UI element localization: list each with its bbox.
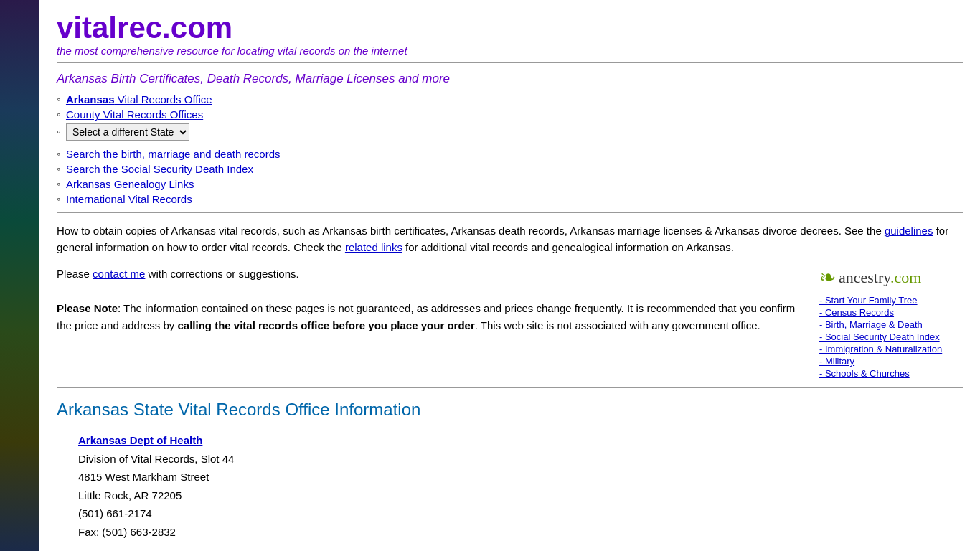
ancestry-link-item-6: - Military [819,356,963,367]
nav-item-search-records: Search the birth, marriage and death rec… [57,148,963,160]
ancestry-ssdi-link[interactable]: - Social Security Death Index [819,331,940,342]
nav-item-international: International Vital Records [57,193,963,205]
description-text1: How to obtain copies of Arkansas vital r… [57,225,882,237]
site-title: vitalrec.com [57,11,963,44]
page-heading: Arkansas Birth Certificates, Death Recor… [57,72,963,86]
office-name-link-container: Arkansas Dept of Health [78,431,963,450]
bold-call-text: calling the vital records office before … [177,319,474,331]
international-link[interactable]: International Vital Records [66,193,192,205]
nav-item-county: County Vital Records Offices [57,108,963,121]
arkansas-vital-records-link[interactable]: Arkansas Vital Records Office [66,93,212,105]
office-block: Arkansas Dept of Health Division of Vita… [78,431,963,541]
ancestry-census-link[interactable]: - Census Records [819,307,894,318]
arkansas-section-heading: Arkansas State Vital Records Office Info… [57,400,963,420]
ancestry-leaf-icon: ❧ [819,265,836,289]
ancestry-word: ancestry [839,268,890,286]
nav-item-state-select: Select a different State Alabama Alaska … [57,123,963,141]
ancestry-logo-text: ancestry.com [839,268,921,287]
ancestry-military-link[interactable]: - Military [819,356,854,367]
phone: (501) 661-2174 [78,504,963,523]
description-text3: for additional vital records and genealo… [405,241,734,253]
description-block: How to obtain copies of Arkansas vital r… [57,223,963,255]
ancestry-link-item-4: - Social Security Death Index [819,331,963,342]
state-name-label: Arkansas [66,93,115,105]
section-divider-2 [57,387,963,388]
ancestry-immigration-link[interactable]: - Immigration & Naturalization [819,344,942,354]
ancestry-schools-link[interactable]: - Schools & Churches [819,368,910,379]
ancestry-links-list: - Start Your Family Tree - Census Record… [819,295,963,379]
site-subtitle: the most comprehensive resource for loca… [57,44,963,57]
ancestry-dotcom: .com [890,268,921,286]
ancestry-link-item-3: - Birth, Marriage & Death [819,319,963,330]
please-note-label: Please Note [57,302,118,314]
note-end: . This web site is not associated with a… [475,319,760,331]
lower-section: Please contact me with corrections or su… [57,265,963,380]
ancestry-link-item-5: - Immigration & Naturalization [819,344,963,354]
ancestry-link-item-7: - Schools & Churches [819,368,963,379]
header-divider [57,62,963,63]
guidelines-link[interactable]: guidelines [885,225,933,237]
ancestry-logo: ❧ ancestry.com [819,265,963,289]
state-dropdown[interactable]: Select a different State Alabama Alaska … [66,123,189,141]
address-line2: 4815 West Markham Street [78,468,963,486]
note-area: Please contact me with corrections or su… [57,265,805,380]
search-records-link[interactable]: Search the birth, marriage and death rec… [66,148,281,160]
primary-nav: Arkansas Vital Records Office County Vit… [57,93,963,141]
ancestry-link-item-2: - Census Records [819,307,963,318]
ancestry-birth-death-link[interactable]: - Birth, Marriage & Death [819,319,923,330]
ancestry-panel: ❧ ancestry.com - Start Your Family Tree … [819,265,963,380]
arkansas-vital-records-section: Arkansas State Vital Records Office Info… [57,400,963,541]
address-line3: Little Rock, AR 72205 [78,486,963,505]
address-line1: Division of Vital Records, Slot 44 [78,450,963,468]
nav-item-genealogy: Arkansas Genealogy Links [57,178,963,190]
contact-paragraph: Please contact me with corrections or su… [57,265,805,283]
main-content: vitalrec.com the most comprehensive reso… [39,0,980,551]
ancestry-link-item-1: - Start Your Family Tree [819,295,963,306]
please-note-paragraph: Please Note: The information contained o… [57,300,805,334]
nav-item-vital-records: Arkansas Vital Records Office [57,93,963,105]
related-links-link[interactable]: related links [345,241,402,253]
contact-text2: with corrections or suggestions. [149,268,299,280]
fax: Fax: (501) 663-2832 [78,523,963,542]
genealogy-link[interactable]: Arkansas Genealogy Links [66,178,194,190]
section-divider-1 [57,212,963,213]
nav-item-ssdi: Search the Social Security Death Index [57,163,963,175]
county-vital-records-link[interactable]: County Vital Records Offices [66,108,203,121]
contact-text: Please [57,268,90,280]
ssdi-link[interactable]: Search the Social Security Death Index [66,163,253,175]
dept-of-health-link[interactable]: Arkansas Dept of Health [78,434,202,446]
site-header: vitalrec.com the most comprehensive reso… [57,11,963,63]
contact-link[interactable]: contact me [93,268,145,280]
ancestry-family-tree-link[interactable]: - Start Your Family Tree [819,295,918,306]
secondary-nav: Search the birth, marriage and death rec… [57,148,963,205]
left-sidebar [0,0,39,551]
